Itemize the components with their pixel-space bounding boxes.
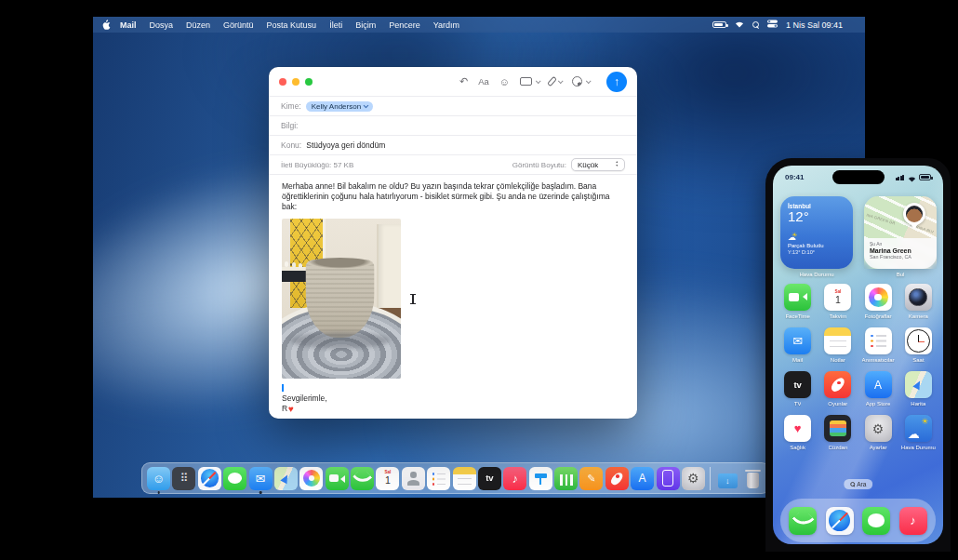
dock-messages-icon[interactable]	[223, 467, 246, 490]
control-center-icon[interactable]	[767, 20, 778, 30]
dock-settings-icon[interactable]	[682, 467, 705, 490]
send-button[interactable]: ↑	[606, 72, 627, 92]
dock-appstore-icon[interactable]	[631, 467, 654, 490]
reminders-app-icon[interactable]	[865, 327, 892, 354]
subject-field[interactable]: Konu: Stüdyoya geri döndüm	[269, 136, 637, 155]
app-label: Mail	[792, 357, 803, 363]
dock-pages-icon[interactable]	[579, 467, 603, 490]
weatherapp-app-icon[interactable]	[905, 415, 932, 442]
menu-clock[interactable]: 1 Nis Sal 09:41	[786, 20, 843, 30]
dock-trash-icon[interactable]	[741, 467, 765, 490]
iphone-dock-safari-icon[interactable]	[826, 507, 854, 535]
iphone-app-camera[interactable]: Kamera	[898, 284, 938, 323]
dock-reminders-icon[interactable]	[427, 467, 450, 490]
mail-app-icon[interactable]	[784, 327, 811, 354]
camera-app-icon[interactable]	[905, 284, 932, 311]
iphone-app-settings[interactable]: Ayarlar	[858, 415, 898, 454]
attachment-icon[interactable]	[550, 76, 562, 87]
iphone-app-wallet[interactable]: Cüzdan	[818, 415, 858, 454]
dock-finder-icon[interactable]	[147, 467, 170, 490]
apple-menu-icon[interactable]	[102, 20, 111, 30]
iphone-app-clock[interactable]: Saat	[898, 327, 938, 367]
iphone-clock: 09:41	[785, 173, 804, 181]
dock-safari-icon[interactable]	[198, 467, 221, 490]
signature-line: R ♥	[282, 404, 294, 414]
image-size-select[interactable]: Küçük	[571, 158, 625, 171]
menu-item-posta-kutusu[interactable]: Posta Kutusu	[267, 20, 317, 30]
dock-tv-icon[interactable]	[478, 467, 501, 490]
recipient-token[interactable]: Kelly Anderson	[306, 101, 373, 112]
dock-notes-icon[interactable]	[453, 467, 476, 490]
iphone-app-weatherapp[interactable]: Hava Durumu	[898, 415, 938, 454]
iphone-app-facetime[interactable]: FaceTime	[778, 284, 818, 323]
iphone-app-health[interactable]: Sağlık	[778, 415, 818, 454]
iphone-dock-messages-icon[interactable]	[862, 507, 890, 535]
iphone-dock-music-icon[interactable]	[899, 507, 927, 535]
iphone-app-notes[interactable]: Notlar	[818, 327, 858, 367]
notes-app-icon[interactable]	[824, 327, 851, 354]
wifi-icon[interactable]	[735, 20, 744, 30]
cc-field[interactable]: Bilgi:	[269, 116, 637, 136]
weather-widget[interactable]: İstanbul 12° ☀☁ Parçalı Bulutlu Y:13° D:…	[780, 196, 853, 269]
dock-numbers-icon[interactable]	[554, 467, 578, 490]
dock-phone-icon[interactable]	[351, 467, 374, 490]
menu-item-g-r-nt[interactable]: Görüntü	[223, 20, 254, 30]
calendar-app-icon[interactable]: Sal1	[824, 284, 851, 311]
zoom-button[interactable]	[305, 78, 313, 86]
search-pill[interactable]: Ara	[844, 479, 873, 489]
find-my-widget[interactable]: INA GREEN DR MARINA BLV Şu An Marina Gre…	[864, 196, 937, 269]
clock-app-icon[interactable]	[905, 327, 932, 354]
settings-app-icon[interactable]	[865, 415, 892, 442]
iphone-app-photos[interactable]: Fotoğraflar	[858, 284, 898, 323]
iphone-app-tv[interactable]: TV	[778, 371, 818, 410]
dock-music-icon[interactable]	[503, 467, 526, 490]
undo-icon[interactable]	[459, 75, 468, 87]
iphone-app-reminders[interactable]: Anımsatıcılar	[858, 327, 898, 367]
menu-item-bi-im[interactable]: Biçim	[355, 20, 376, 30]
iphone-app-games[interactable]: Oyunlar	[818, 371, 858, 410]
message-body[interactable]: Merhaba anne! Bil bakalım ne oldu? Bu ya…	[269, 175, 637, 414]
minimize-button[interactable]	[292, 78, 299, 86]
dock-contacts-icon[interactable]	[402, 467, 425, 490]
dock-games-icon[interactable]	[605, 467, 629, 490]
menu-item-pencere[interactable]: Pencere	[389, 20, 420, 30]
appstore-app-icon[interactable]	[865, 371, 892, 398]
wallet-app-icon[interactable]	[824, 415, 851, 442]
window-titlebar[interactable]: ↑	[269, 67, 637, 97]
dock-launchpad-icon[interactable]	[172, 467, 195, 490]
facetime-app-icon[interactable]	[784, 284, 811, 311]
iphone-app-maps[interactable]: Harita	[898, 371, 938, 410]
battery-icon[interactable]	[712, 21, 726, 28]
photos-app-icon[interactable]	[865, 284, 892, 311]
iphone-app-calendar[interactable]: Sal1Takvim	[818, 284, 858, 323]
dock-facetime-icon[interactable]	[326, 467, 349, 490]
health-app-icon[interactable]	[784, 415, 811, 442]
close-button[interactable]	[279, 78, 286, 86]
menu-item-i-leti[interactable]: İleti	[329, 20, 342, 30]
menu-item-mail[interactable]: Mail	[120, 20, 137, 30]
dock-mail-icon[interactable]	[249, 467, 273, 490]
games-app-icon[interactable]	[824, 371, 851, 398]
menu-item-d-zen[interactable]: Düzen	[186, 20, 210, 30]
photo-browser-icon[interactable]	[520, 77, 539, 86]
to-field[interactable]: Kime: Kelly Anderson	[269, 97, 637, 116]
iphone-app-mail[interactable]: Mail	[778, 327, 818, 367]
iphone-dock-phone-icon[interactable]	[789, 507, 817, 535]
dock-downloads-icon[interactable]	[716, 467, 739, 490]
search-label: Ara	[857, 481, 866, 487]
spotlight-search-icon[interactable]	[752, 21, 759, 28]
dock-maps-icon[interactable]	[274, 467, 298, 490]
dock-keynote-icon[interactable]	[529, 467, 552, 490]
dock-photos-icon[interactable]	[299, 467, 323, 490]
dock-calendar-icon[interactable]: Sal1	[376, 467, 399, 490]
pottery-photo-attachment[interactable]	[282, 219, 401, 379]
dock-mirroring-icon[interactable]	[657, 467, 680, 490]
emoji-icon[interactable]	[499, 76, 510, 87]
tv-app-icon[interactable]	[784, 371, 811, 398]
insert-link-icon[interactable]	[572, 76, 590, 87]
menu-item-yard-m[interactable]: Yardım	[433, 20, 459, 30]
format-aa-icon[interactable]	[478, 76, 489, 87]
iphone-app-appstore[interactable]: App Store	[858, 371, 898, 410]
menu-item-dosya[interactable]: Dosya	[150, 20, 174, 30]
maps-app-icon[interactable]	[905, 371, 932, 398]
